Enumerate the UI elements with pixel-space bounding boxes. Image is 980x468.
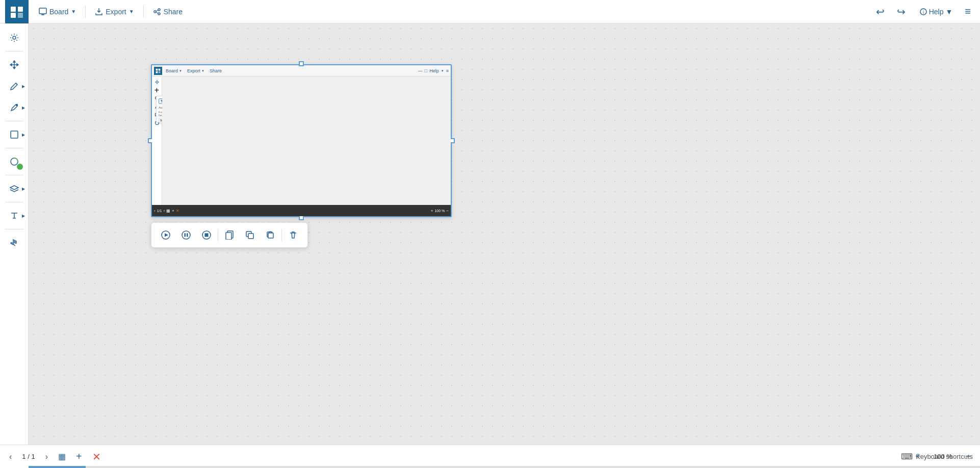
sidebar-tool-text[interactable]: ▶ — [3, 205, 26, 226]
help-button[interactable]: i Help ▼ — [916, 5, 957, 18]
svg-point-7 — [158, 13, 160, 15]
sidebar-tool-color[interactable] — [3, 151, 26, 172]
svg-rect-35 — [226, 232, 231, 240]
svg-point-18 — [156, 81, 158, 83]
next-page-button[interactable]: › — [41, 450, 52, 463]
inner-tool-add[interactable]: + — [153, 87, 161, 94]
sidebar-tool-layers[interactable]: ▶ — [3, 178, 26, 199]
board-arrow: ▼ — [71, 9, 76, 14]
pause-button[interactable] — [177, 226, 195, 244]
sidebar-divider-1 — [5, 51, 23, 51]
redo-button[interactable]: ↪ — [893, 4, 910, 20]
svg-rect-17 — [159, 71, 161, 73]
sidebar-tool-settings[interactable] — [3, 28, 26, 48]
board-button[interactable]: Board ▼ — [34, 5, 81, 18]
svg-rect-30 — [185, 233, 186, 237]
svg-rect-2 — [11, 13, 16, 18]
inner-zoom-out[interactable]: − — [446, 209, 449, 213]
inner-grid[interactable]: ▦ — [166, 209, 170, 213]
inner-bottom-bar: ‹ 1/1 › ▦ + ✕ + 100 % − — [152, 205, 451, 216]
inner-tool-settings[interactable] — [153, 79, 161, 86]
inner-share-btn[interactable]: Share — [208, 68, 223, 74]
svg-rect-37 — [248, 233, 253, 239]
svg-rect-4 — [39, 8, 46, 14]
sidebar-divider-3 — [5, 148, 23, 148]
duplicate-button[interactable] — [241, 226, 259, 244]
inner-toolbar: Board ▼ Export ▼ Share — □ Help ▼ ≡ — [152, 65, 451, 76]
svg-point-10 — [13, 36, 16, 39]
svg-point-5 — [154, 11, 156, 13]
left-sidebar: ▶ ▶ ▶ ▶ ▶ — [0, 23, 29, 468]
menu-button[interactable]: ≡ — [961, 3, 975, 20]
svg-rect-39 — [268, 233, 273, 238]
svg-point-6 — [158, 9, 160, 11]
svg-rect-1 — [18, 7, 23, 12]
svg-point-11 — [16, 105, 17, 106]
action-toolbar — [151, 222, 308, 248]
sidebar-tool-pen[interactable]: ▶ — [3, 97, 26, 118]
progress-bar-container — [29, 466, 980, 468]
top-toolbar: Board ▼ Export ▼ Share ↩ ↪ i Help ▼ ≡ — [0, 0, 980, 23]
sidebar-divider-6 — [5, 229, 23, 229]
inner-page-indicator: 1/1 — [157, 209, 162, 213]
undo-redo-group: ↩ ↪ — [872, 4, 910, 20]
inner-canvas[interactable] — [162, 76, 451, 205]
add-page-button[interactable]: + — [72, 449, 86, 464]
inner-prev[interactable]: ‹ — [154, 209, 156, 213]
keyboard-icon: ⌨ — [901, 452, 913, 461]
sidebar-tool-move[interactable] — [3, 55, 26, 75]
sidebar-tool-hand[interactable] — [3, 232, 26, 253]
sidebar-divider-4 — [5, 175, 23, 175]
close-page-button[interactable]: ✕ — [88, 449, 105, 465]
svg-rect-3 — [18, 13, 23, 18]
sidebar-tool-draw[interactable]: ▶ — [3, 76, 26, 96]
sidebar-divider-2 — [5, 121, 23, 121]
sidebar-tool-shape[interactable]: ▶ — [3, 124, 26, 145]
svg-rect-14 — [156, 68, 158, 70]
right-tools: i Help ▼ ≡ — [916, 3, 975, 20]
copy-frame-button[interactable] — [220, 226, 239, 244]
svg-rect-31 — [187, 233, 188, 237]
inner-logo — [154, 67, 162, 75]
inner-minimize[interactable]: — — [418, 68, 423, 73]
color-indicator — [17, 164, 23, 170]
share-button[interactable]: Share — [148, 5, 188, 18]
progress-bar — [29, 466, 86, 468]
export-arrow: ▼ — [129, 9, 134, 14]
page-indicator: 1 / 1 — [18, 451, 39, 462]
embedded-frame[interactable]: Board ▼ Export ▼ Share — □ Help ▼ ≡ — [151, 64, 452, 217]
canvas-area[interactable]: Board ▼ Export ▼ Share — □ Help ▼ ≡ — [29, 23, 980, 445]
inner-zoom-value: 100 % — [434, 209, 445, 213]
prev-page-button[interactable]: ‹ — [5, 450, 16, 463]
svg-text:i: i — [923, 10, 924, 15]
sep1 — [85, 6, 86, 18]
keyboard-shortcuts-button[interactable]: ⌨ Keyboard shortcuts — [894, 445, 980, 468]
inner-maximize[interactable]: □ — [425, 68, 427, 73]
stop-button[interactable] — [197, 226, 216, 244]
inner-menu[interactable]: ≡ — [446, 68, 449, 73]
paste-button[interactable] — [261, 226, 279, 244]
inner-next[interactable]: › — [163, 209, 165, 213]
sep2 — [143, 6, 144, 18]
inner-board-btn[interactable]: Board ▼ — [164, 68, 184, 74]
svg-rect-15 — [159, 68, 161, 70]
inner-export-btn[interactable]: Export ▼ — [186, 68, 206, 74]
action-divider-1 — [218, 229, 218, 241]
inner-close-page[interactable]: ✕ — [176, 209, 179, 213]
svg-rect-12 — [11, 131, 18, 138]
svg-rect-0 — [11, 7, 16, 12]
inner-add[interactable]: + — [172, 209, 174, 213]
delete-button[interactable] — [284, 226, 302, 244]
grid-view-button[interactable]: ▦ — [54, 450, 70, 463]
help-arrow: ▼ — [945, 8, 952, 16]
resize-handle-top[interactable] — [299, 61, 304, 66]
export-button[interactable]: Export ▼ — [90, 5, 139, 18]
undo-button[interactable]: ↩ — [872, 4, 889, 20]
play-button[interactable] — [157, 226, 175, 244]
logo-button[interactable] — [5, 0, 29, 23]
sidebar-divider-5 — [5, 202, 23, 202]
svg-point-29 — [182, 231, 190, 239]
inner-zoom-in[interactable]: + — [431, 209, 433, 213]
bottom-bar: ‹ 1 / 1 › ▦ + ✕ + 100 % − — [0, 445, 980, 468]
svg-rect-16 — [156, 71, 158, 73]
